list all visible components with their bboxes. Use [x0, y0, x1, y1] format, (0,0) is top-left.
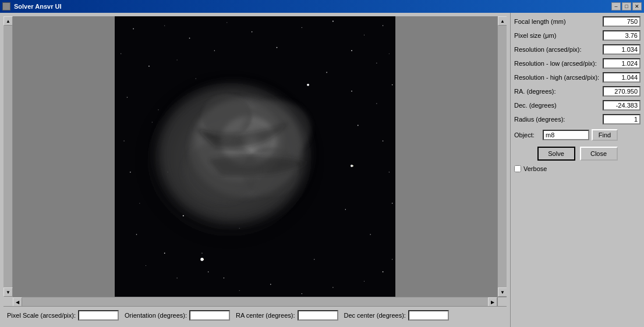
svg-point-32 [208, 271, 208, 272]
v-scrollbar: ▲ ▼ [497, 16, 507, 297]
orientation-label: Orientation (degrees): [125, 312, 187, 319]
title-bar: Solver Ansvr UI – □ ✕ [0, 0, 644, 13]
ra-center-input[interactable] [298, 310, 338, 321]
orientation-field: Orientation (degrees): [125, 310, 230, 321]
close-window-button[interactable]: ✕ [632, 2, 642, 10]
resolution-low-label: Resolution - low (arcsed/pix): [514, 60, 603, 67]
h-scrollbar: ◀ ▶ [13, 297, 497, 306]
svg-point-17 [127, 97, 128, 97]
scroll-up-button[interactable]: ▲ [3, 16, 13, 26]
svg-point-69 [352, 165, 353, 166]
ra-center-label: RA center (degrees): [236, 312, 295, 319]
svg-point-3 [189, 38, 190, 39]
pixel-size-row: Pixel size (μm) [514, 30, 641, 41]
ra-label: RA. (degrees): [514, 88, 603, 95]
left-scrollbar: ▲ ▼ [3, 16, 13, 297]
svg-point-35 [302, 293, 302, 294]
left-panel: ▲ ▼ [0, 13, 510, 327]
svg-point-6 [302, 27, 302, 28]
v-scroll-track [3, 26, 12, 287]
svg-point-30 [164, 253, 165, 254]
orientation-input[interactable] [189, 310, 230, 321]
svg-point-4 [227, 22, 227, 23]
resolution-low-input[interactable] [603, 58, 641, 69]
svg-point-14 [351, 50, 352, 51]
svg-point-24 [139, 203, 140, 204]
pixel-size-input[interactable] [603, 30, 641, 41]
svg-point-5 [252, 31, 252, 32]
svg-point-1 [133, 29, 134, 30]
svg-point-9 [383, 25, 383, 26]
dec-input[interactable] [603, 100, 641, 111]
svg-point-26 [389, 172, 390, 172]
right-panel: Focal length (mm) Pixel size (μm) Resolu… [510, 13, 644, 327]
focal-length-row: Focal length (mm) [514, 16, 641, 27]
svg-point-29 [146, 265, 146, 266]
ra-row: RA. (degrees): [514, 86, 641, 97]
resolution-input[interactable] [603, 44, 641, 55]
resolution-high-row: Resolution - high (arcsed/pix): [514, 72, 641, 83]
object-input[interactable] [543, 130, 589, 140]
maximize-button[interactable]: □ [622, 2, 631, 10]
svg-point-13 [214, 50, 215, 51]
window-title: Solver Ansvr UI [14, 3, 62, 10]
focal-length-label: Focal length (mm) [514, 18, 603, 25]
app-icon [2, 2, 10, 10]
minimize-button[interactable]: – [611, 2, 621, 10]
dec-row: Dec. (degrees) [514, 100, 641, 111]
svg-point-21 [392, 84, 392, 85]
verbose-row: Verbose [514, 165, 641, 172]
svg-point-11 [148, 66, 150, 67]
pixel-size-label: Pixel size (μm) [514, 32, 603, 39]
ra-center-field: RA center (degrees): [236, 310, 338, 321]
svg-point-39 [392, 259, 392, 260]
svg-point-47 [358, 125, 359, 126]
scroll-up-arrow[interactable]: ▲ [498, 16, 507, 26]
h-scroll-track [22, 297, 488, 306]
svg-point-8 [364, 35, 365, 35]
pixel-scale-field: Pixel Scale (arcsed/pix): [7, 310, 119, 321]
object-label: Object: [514, 131, 540, 138]
svg-point-78 [202, 94, 252, 138]
svg-point-20 [376, 103, 377, 104]
resolution-high-input[interactable] [603, 72, 641, 83]
svg-point-43 [345, 209, 346, 209]
dec-center-field: Dec center (degrees): [344, 310, 449, 321]
dec-center-label: Dec center (degrees): [344, 312, 406, 319]
button-row: Solve Close [514, 147, 641, 161]
find-button[interactable]: Find [592, 129, 618, 141]
dec-center-input[interactable] [408, 310, 449, 321]
close-button[interactable]: Close [580, 147, 618, 161]
svg-point-49 [314, 259, 314, 260]
svg-point-48 [201, 253, 202, 253]
image-viewport [13, 16, 497, 297]
main-container: ▲ ▼ [0, 13, 644, 327]
svg-point-50 [277, 47, 278, 48]
solve-button[interactable]: Solve [537, 147, 575, 161]
svg-point-41 [326, 72, 327, 73]
focal-length-input[interactable] [603, 16, 641, 27]
scroll-down-button[interactable]: ▼ [3, 287, 13, 297]
pixel-scale-input[interactable] [78, 310, 119, 321]
svg-point-27 [392, 202, 393, 204]
svg-point-22 [123, 141, 124, 141]
svg-point-12 [177, 59, 178, 60]
radius-input[interactable] [603, 114, 641, 125]
verbose-checkbox[interactable] [514, 165, 521, 172]
scroll-wrapper: ▲ ▼ [3, 16, 507, 306]
scroll-down-arrow[interactable]: ▼ [498, 287, 507, 297]
svg-point-16 [389, 54, 390, 54]
title-bar-left: Solver Ansvr UI [2, 2, 62, 10]
radius-label: Radius (degrees): [514, 116, 603, 123]
svg-point-25 [383, 140, 383, 141]
scroll-right-arrow[interactable]: ▶ [488, 297, 497, 306]
dec-label: Dec. (degrees) [514, 102, 603, 109]
scroll-left-arrow[interactable]: ◀ [13, 297, 22, 306]
object-row: Object: Find [514, 129, 641, 141]
svg-point-23 [130, 172, 131, 173]
resolution-low-row: Resolution - low (arcsed/pix): [514, 58, 641, 69]
nebula-image [13, 16, 497, 297]
ra-input[interactable] [603, 86, 641, 97]
svg-point-28 [136, 234, 137, 234]
svg-point-52 [224, 278, 224, 278]
